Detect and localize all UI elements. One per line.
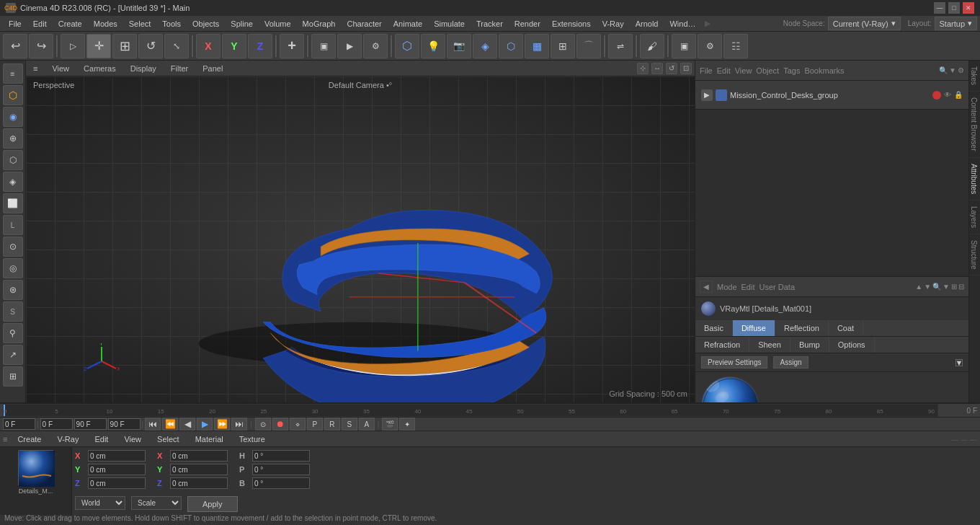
mat-edit-label[interactable]: Edit: [741, 283, 755, 291]
goto-end-button[interactable]: ⏭: [231, 418, 247, 431]
end-frame-input[interactable]: [74, 418, 107, 430]
menu-tools[interactable]: Tools: [156, 18, 187, 30]
3d-viewport[interactable]: Perspective Default Camera •° Grid Spaci…: [26, 76, 695, 402]
menu-render[interactable]: Render: [509, 18, 546, 30]
scale-dropdown[interactable]: Scale Size: [131, 496, 182, 510]
mat-tab-bump[interactable]: Bump: [790, 337, 829, 353]
menu-character[interactable]: Character: [341, 18, 387, 30]
material-thumbnail[interactable]: [18, 450, 54, 486]
play-reverse-button[interactable]: ◀: [179, 418, 195, 431]
obj-edit-label[interactable]: Edit: [717, 66, 731, 75]
auto-key-button[interactable]: ⏺: [272, 418, 288, 431]
preview-settings-button[interactable]: Preview Settings: [701, 356, 767, 369]
x-axis-button[interactable]: X: [196, 34, 220, 58]
obj-file-label[interactable]: File: [700, 66, 713, 75]
redo-button[interactable]: ↪: [29, 34, 53, 58]
obj-object-label[interactable]: Object: [756, 66, 779, 75]
layout-dropdown[interactable]: Startup ▾: [935, 17, 977, 30]
start-frame-input[interactable]: [40, 418, 73, 430]
viewport-menu-panel[interactable]: Panel: [198, 63, 227, 74]
next-frame-button[interactable]: ⏩: [214, 418, 230, 431]
paint-button[interactable]: 🖌: [640, 34, 664, 58]
object-color-dot[interactable]: [932, 91, 941, 100]
sidebar-btn-9[interactable]: ⊙: [3, 237, 23, 257]
snap-button[interactable]: ✦: [399, 418, 415, 431]
mat-userdata-label[interactable]: User Data: [760, 283, 796, 291]
bottom-menu-texture[interactable]: Texture: [233, 433, 271, 445]
menu-simulate[interactable]: Simulate: [428, 18, 471, 30]
viewport-nav-1[interactable]: ⊹: [637, 63, 649, 74]
key-mode-button[interactable]: ⋄: [290, 418, 306, 431]
menu-tracker[interactable]: Tracker: [471, 18, 509, 30]
viewport-menu-display[interactable]: Display: [126, 63, 161, 74]
menu-animate[interactable]: Animate: [388, 18, 428, 30]
camera-button[interactable]: 📷: [447, 34, 471, 58]
sidebar-btn-4[interactable]: ⊕: [3, 128, 23, 149]
sidebar-btn-7[interactable]: ⬜: [3, 193, 23, 213]
prev-frame-button[interactable]: ⏪: [162, 418, 178, 431]
p-input[interactable]: [252, 464, 310, 475]
motion-record-button[interactable]: 🎬: [382, 418, 398, 431]
x-rot-input[interactable]: [170, 450, 228, 462]
viewport-menu-toggle[interactable]: ≡: [29, 63, 42, 74]
menu-volume[interactable]: Volume: [259, 18, 297, 30]
menu-wind[interactable]: Wind…: [664, 18, 701, 30]
sidebar-btn-2[interactable]: ⬡: [3, 85, 23, 105]
bottom-menu-material[interactable]: Material: [190, 433, 229, 445]
obj-search-icon[interactable]: 🔍: [939, 66, 948, 74]
node-space-dropdown[interactable]: Current (V-Ray) ▾: [828, 17, 901, 30]
mat-tab-coat[interactable]: Coat: [829, 320, 863, 336]
viewport-menu-filter[interactable]: Filter: [166, 63, 192, 74]
record-button[interactable]: ⊙: [255, 418, 271, 431]
render-play-button[interactable]: ▶: [337, 34, 362, 58]
mat-menu-icon[interactable]: ⊞: [951, 283, 957, 291]
viewport-nav-3[interactable]: ↺: [666, 63, 677, 74]
key-all-button[interactable]: A: [359, 418, 375, 431]
last-tool[interactable]: ☷: [723, 34, 748, 58]
mat-expand-icon[interactable]: ⊟: [958, 283, 964, 291]
mat-tab-reflection[interactable]: Reflection: [775, 320, 829, 336]
preview-collapse-icon[interactable]: ▼: [956, 359, 963, 366]
sidebar-btn-8[interactable]: L: [3, 215, 23, 235]
sidebar-btn-15[interactable]: ⊞: [3, 366, 23, 387]
obj-bookmarks-label[interactable]: Bookmarks: [804, 66, 844, 75]
current-frame-input[interactable]: [3, 418, 35, 430]
bottom-menu-toggle[interactable]: ≡: [3, 435, 7, 444]
y-position-input[interactable]: 0 cm: [88, 464, 146, 475]
render-region-button[interactable]: ▣: [672, 34, 696, 58]
z-rot-input[interactable]: [170, 477, 228, 489]
menu-extensions[interactable]: Extensions: [546, 18, 597, 30]
mat-tab-sheen[interactable]: Sheen: [749, 337, 790, 353]
menu-select[interactable]: Select: [123, 18, 157, 30]
material-item-1[interactable]: Details_M...: [18, 450, 54, 495]
sidebar-btn-5[interactable]: ⬡: [3, 150, 23, 170]
mat-down-icon[interactable]: ▼: [924, 283, 931, 291]
sidebar-btn-1[interactable]: ≡: [3, 63, 23, 84]
sidebar-btn-6[interactable]: ◈: [3, 172, 23, 192]
move-tool-button[interactable]: ✛: [86, 34, 111, 58]
select-tool-button[interactable]: ▷: [61, 34, 85, 58]
mat-mode-label[interactable]: Mode: [717, 283, 737, 291]
material-list[interactable]: Details_M...: [0, 447, 72, 515]
key-pos-button[interactable]: P: [307, 418, 323, 431]
mat-tab-refraction[interactable]: Refraction: [695, 337, 749, 353]
assign-button[interactable]: Assign: [773, 356, 808, 369]
render-cam-button[interactable]: ⚙: [698, 34, 722, 58]
y-axis-button[interactable]: Y: [222, 34, 246, 58]
menu-spline[interactable]: Spline: [225, 18, 259, 30]
titlebar-controls[interactable]: — □ ✕: [934, 2, 974, 14]
sidebar-btn-12[interactable]: S: [3, 301, 23, 322]
maximize-button[interactable]: □: [948, 2, 960, 14]
menu-edit[interactable]: Edit: [27, 18, 53, 30]
coord-system-dropdown[interactable]: World Local Object: [75, 496, 125, 510]
boole-button[interactable]: ⊞: [551, 34, 575, 58]
key-rot-button[interactable]: R: [324, 418, 340, 431]
bottom-menu-edit[interactable]: Edit: [89, 433, 114, 445]
mat-back-button[interactable]: ◀: [700, 281, 713, 293]
object-expand-icon[interactable]: ▶: [701, 89, 713, 101]
structure-tab[interactable]: Structure: [969, 234, 980, 276]
obj-view-label[interactable]: View: [735, 66, 752, 75]
bottom-menu-vray[interactable]: V-Ray: [51, 433, 84, 445]
layers-tab[interactable]: Layers: [969, 200, 980, 234]
menu-create[interactable]: Create: [53, 18, 88, 30]
